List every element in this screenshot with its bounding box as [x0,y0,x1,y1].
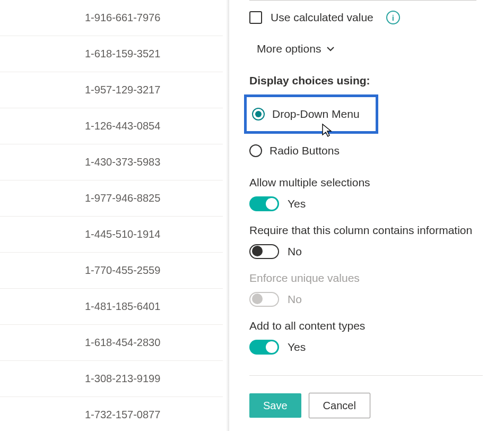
radio-radio-buttons[interactable]: Radio Buttons [244,135,483,167]
cell-phone: 1-618-159-3521 [85,36,223,72]
panel-footer: Save Cancel [249,375,483,431]
table-row[interactable]: des1-957-129-3217 [0,72,223,108]
enforce-unique-value: No [288,293,302,306]
add-all-content-types-toggle[interactable] [249,340,279,355]
table-row[interactable]: des1-481-185-6401 [0,289,223,325]
cell-phone: 1-126-443-0854 [85,108,223,144]
add-all-content-types-heading: Add to all content types [249,320,483,332]
enforce-unique-toggle [249,292,279,307]
cell-left [0,253,85,288]
table-row[interactable]: 1-618-159-3521 [0,36,223,72]
enforce-unique-heading: Enforce unique values [249,272,483,285]
cell-left: des [0,289,85,324]
use-calculated-value-label: Use calculated value [271,11,373,24]
table-row[interactable]: 1-916-661-7976 [0,0,223,36]
panel-shadow [226,0,229,431]
cell-phone: 1-481-185-6401 [85,289,223,324]
cell-left [0,36,85,72]
cell-left [0,325,85,360]
require-toggle[interactable] [249,244,279,259]
cell-left: des [0,108,85,144]
cell-phone: 1-618-454-2830 [85,325,223,360]
chevron-down-icon [326,45,335,53]
cell-phone: 1-445-510-1914 [85,217,223,252]
cell-left: des [0,72,85,108]
table-row[interactable]: 1-308-213-9199 [0,361,223,397]
cell-phone: 1-957-129-3217 [85,72,223,108]
allow-multiple-heading: Allow multiple selections [249,176,483,189]
cancel-button[interactable]: Cancel [309,393,370,418]
divider [249,0,476,1]
cell-left: des [0,397,85,431]
column-settings-panel: Use calculated value i More options Disp… [229,0,504,431]
radio-icon [249,144,262,157]
allow-multiple-toggle[interactable] [249,196,279,211]
add-all-content-types-value: Yes [288,341,306,354]
cell-phone: 1-770-455-2559 [85,253,223,288]
table-row[interactable]: 1-770-455-2559 [0,253,223,289]
cell-phone: 1-308-213-9199 [85,361,223,396]
cell-left [0,144,85,180]
table-row[interactable]: 1-977-946-8825 [0,180,223,217]
cell-phone: 1-430-373-5983 [85,144,223,180]
table-row[interactable]: 1-445-510-1914 [0,217,223,253]
background-list: 1-916-661-7976 1-618-159-3521 des1-957-1… [0,0,223,431]
cell-left [0,217,85,252]
radio-icon-selected [252,108,265,120]
use-calculated-value-row[interactable]: Use calculated value i [249,11,483,24]
radio-dropdown-menu[interactable]: Drop-Down Menu [244,94,378,134]
info-icon[interactable]: i [386,11,400,24]
table-row[interactable]: 1-618-454-2830 [0,325,223,361]
require-heading: Require that this column contains inform… [249,224,483,237]
panel-scroll-area[interactable]: Use calculated value i More options Disp… [249,3,483,380]
more-options-toggle[interactable]: More options [257,42,483,55]
require-value: No [288,245,302,258]
cell-left [0,180,85,216]
use-calculated-value-checkbox[interactable] [249,11,262,24]
allow-multiple-value: Yes [288,197,306,210]
cell-phone: 1-916-661-7976 [85,0,223,36]
cell-phone: 1-732-157-0877 [85,397,223,431]
radio-dropdown-label: Drop-Down Menu [272,108,360,120]
cell-phone: 1-977-946-8825 [85,180,223,216]
save-button[interactable]: Save [249,393,301,418]
cell-left [0,361,85,396]
display-choices-heading: Display choices using: [249,74,483,87]
table-row[interactable]: 1-430-373-5983 [0,144,223,180]
table-row[interactable]: des1-732-157-0877 [0,397,223,431]
more-options-label: More options [257,42,321,55]
cell-left [0,0,85,36]
radio-radiobuttons-label: Radio Buttons [270,144,340,157]
table-row[interactable]: des1-126-443-0854 [0,108,223,144]
